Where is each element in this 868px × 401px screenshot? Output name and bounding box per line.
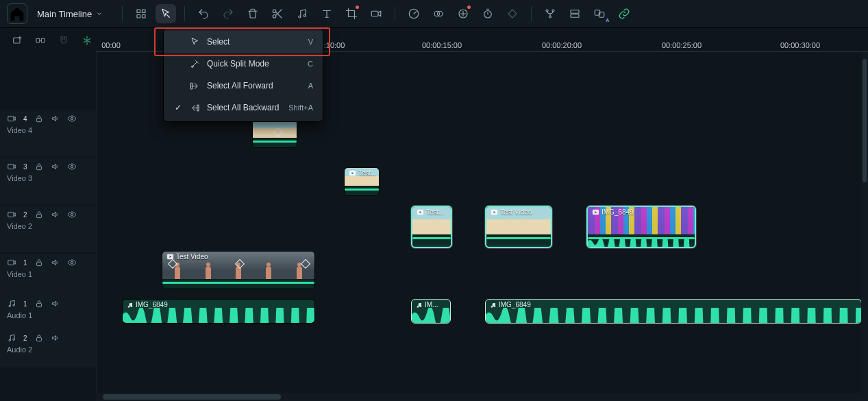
notification-dot: [356, 5, 359, 9]
track-header-audio2[interactable]: 2 Audio 2: [0, 329, 96, 367]
svg-rect-19: [571, 14, 579, 18]
record-button[interactable]: [366, 4, 386, 23]
track-name: Video 1: [7, 270, 89, 278]
clip-v2b[interactable]: Test Video: [485, 206, 552, 248]
svg-point-28: [71, 117, 73, 120]
track-name: Audio 2: [7, 345, 89, 354]
add-track-button[interactable]: [8, 32, 26, 49]
home-button[interactable]: [7, 3, 27, 24]
audio-beat-button[interactable]: [292, 4, 312, 23]
branch-icon: [544, 8, 556, 20]
svg-point-6: [299, 16, 301, 18]
track-lane-audio2[interactable]: [96, 329, 868, 359]
svg-point-50: [131, 305, 133, 307]
ruler-tick: 00:00: [101, 41, 121, 49]
auto-ripple-button[interactable]: [78, 32, 96, 49]
clip-v3a[interactable]: Test...: [344, 167, 380, 196]
cursor-tool-icon: [160, 8, 172, 20]
track-tool-a[interactable]: [540, 4, 560, 23]
track-lane-video1[interactable]: Test Video: [96, 251, 868, 292]
mute-icon: [51, 258, 60, 267]
ai-fx-button[interactable]: [453, 4, 473, 23]
undo-button[interactable]: [193, 4, 214, 23]
audio-clip-a1a[interactable]: IMG_6849: [122, 299, 315, 324]
add-track-icon: [12, 35, 23, 46]
svg-rect-40: [36, 303, 41, 306]
notification-dot: [467, 5, 471, 9]
selection-tool-button[interactable]: [156, 4, 176, 23]
svg-rect-29: [8, 165, 14, 169]
link-clips-icon: [35, 35, 46, 46]
track-header-video2[interactable]: 2 Video 2: [0, 206, 96, 252]
timer-button[interactable]: [478, 4, 498, 23]
play-badge-icon: [491, 208, 498, 216]
svg-point-31: [71, 165, 73, 168]
menu-item-select-backward[interactable]: ✓ Select All Backward Shift+A: [164, 97, 323, 119]
track-header-video4[interactable]: 4 Video 4: [0, 110, 96, 156]
stopwatch-icon: [482, 8, 494, 20]
clip-v2c[interactable]: IMG_6849: [586, 206, 696, 248]
keyframe-icon: [506, 8, 519, 20]
select-forward-icon: [190, 81, 200, 91]
svg-rect-35: [8, 260, 14, 265]
selection-dropdown-menu: Select V Quick Split Mode C Select All F…: [163, 27, 323, 122]
clip-v4a[interactable]: [252, 119, 297, 148]
scrollbar-thumb[interactable]: [103, 394, 281, 400]
eye-icon: [67, 162, 77, 171]
audio-clip-a1c[interactable]: IMG_6849: [485, 299, 862, 324]
svg-point-37: [71, 261, 73, 264]
music-badge-icon: [127, 302, 134, 308]
track-tool-b[interactable]: [565, 4, 585, 23]
svg-rect-3: [142, 15, 146, 19]
speed-button[interactable]: [404, 4, 424, 23]
magic-icon: [457, 8, 469, 20]
svg-point-7: [303, 15, 306, 17]
magnet-button[interactable]: [55, 32, 73, 49]
horizontal-scrollbar[interactable]: [96, 393, 868, 401]
clip-v2a[interactable]: Test...: [411, 206, 452, 248]
track-lane-video2[interactable]: Test... Test Video IMG_6849: [96, 202, 868, 250]
cut-button[interactable]: [267, 4, 288, 23]
text-icon: [321, 8, 333, 20]
menu-item-select-forward[interactable]: Select All Forward A: [164, 75, 323, 97]
svg-rect-27: [36, 118, 41, 121]
speed-icon: [408, 8, 420, 20]
svg-point-54: [494, 305, 496, 307]
link-button[interactable]: [614, 4, 634, 23]
svg-rect-36: [36, 262, 41, 265]
clip-v1a[interactable]: Test Video: [162, 251, 315, 289]
svg-rect-1: [142, 10, 146, 13]
layout-grid-button[interactable]: [131, 4, 151, 23]
music-badge-icon: [416, 302, 423, 308]
scrollbar-thumb[interactable]: [863, 59, 867, 182]
svg-rect-23: [36, 38, 40, 42]
track-header-audio1[interactable]: 1 Audio 1: [0, 295, 96, 333]
crop-button[interactable]: [341, 4, 362, 23]
lock-icon: [34, 162, 44, 171]
track-header-video3[interactable]: 3 Video 3: [0, 158, 96, 204]
lock-icon: [34, 210, 44, 219]
mute-icon: [51, 210, 60, 219]
track-lane-video3[interactable]: Test...: [96, 158, 868, 206]
menu-item-select[interactable]: Select V: [164, 31, 323, 53]
delete-button[interactable]: [243, 4, 263, 23]
menu-item-quick-split[interactable]: Quick Split Mode C: [164, 53, 323, 75]
timeline-title-dropdown[interactable]: Main Timeline: [32, 6, 108, 22]
svg-rect-30: [36, 166, 41, 169]
text-button[interactable]: [317, 4, 337, 23]
keyframe-button[interactable]: [502, 4, 523, 23]
track-header-video1[interactable]: 1 Video 1: [0, 254, 96, 300]
vertical-scrollbar[interactable]: [861, 52, 868, 393]
audio-clip-a1b[interactable]: IM...: [411, 299, 451, 324]
blade-icon: [190, 59, 200, 69]
music-icon: [296, 8, 308, 20]
track-lane-audio1[interactable]: IMG_6849 IM... IMG_6849: [96, 296, 868, 326]
music-badge-icon: [490, 302, 497, 308]
redo-icon: [222, 8, 234, 20]
link-clips-button[interactable]: [32, 32, 49, 49]
ai-translate-button[interactable]: A: [589, 4, 610, 23]
svg-rect-9: [371, 11, 378, 16]
color-button[interactable]: [428, 4, 449, 23]
redo-button[interactable]: [218, 4, 238, 23]
overlap-icon: [432, 8, 445, 20]
